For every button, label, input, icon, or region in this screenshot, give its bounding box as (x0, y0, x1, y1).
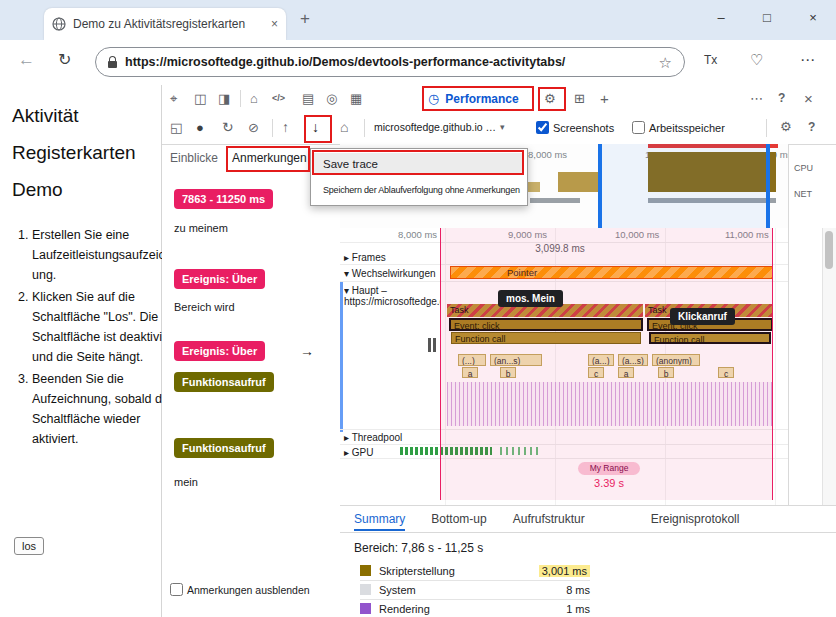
overview-right-handle[interactable] (766, 144, 770, 228)
window-close-button[interactable]: × (790, 0, 836, 34)
load-profile-icon[interactable]: ↑ (282, 120, 289, 134)
scrollbar-thumb[interactable] (825, 231, 833, 269)
instruction-list: Erstellen Sie eine Laufzeitleistungsaufz… (6, 225, 182, 451)
js-frame-bar[interactable]: c (588, 367, 604, 378)
tab-performance[interactable]: ◷ Performance (428, 85, 519, 112)
help-icon[interactable]: ? (778, 92, 785, 104)
add-panel-icon[interactable]: + (600, 91, 609, 106)
address-bar[interactable]: https://microsoftedge.github.io/Demos/de… (95, 47, 685, 77)
screenshots-checkbox[interactable]: Screenshots (536, 121, 614, 134)
overview-selected-window[interactable] (602, 144, 768, 228)
annotation-note[interactable]: zu meinem (174, 222, 228, 234)
annotation-func-badge[interactable]: Funktionsaufruf (174, 372, 274, 392)
function-call-bar[interactable]: Function call (451, 332, 641, 344)
devtools-close-icon[interactable]: × (804, 91, 813, 106)
tab-close-icon[interactable]: × (271, 18, 278, 30)
browser-tab[interactable]: Demo zu Aktivitätsregisterkarten × (44, 8, 286, 40)
js-frame-bar[interactable]: (...) (458, 354, 486, 366)
annotation-event-badge[interactable]: Ereignis: Über (174, 341, 265, 361)
event-click-bar[interactable]: Event: click (449, 318, 643, 331)
js-frame-bar[interactable]: (a...) (588, 354, 614, 366)
tab-annotations[interactable]: Anmerkungen (232, 151, 307, 165)
gear-icon[interactable]: ⚙ (544, 92, 556, 105)
record-reload-icon[interactable]: ↻ (222, 120, 234, 134)
annotation-tooltip[interactable]: Klickanruf (670, 308, 735, 325)
js-frame-bar[interactable]: (a...s) (618, 354, 648, 366)
js-frame-bar[interactable]: (an...s) (490, 354, 542, 366)
scrollbar[interactable] (822, 228, 836, 505)
memory-checkbox-input[interactable] (632, 121, 645, 134)
panel-dock-icon[interactable]: ◱ (170, 121, 182, 134)
overview-left-handle[interactable] (598, 144, 602, 228)
annotation-range-badge[interactable]: 7863 - 11250 ms (174, 189, 273, 209)
js-frame-bar[interactable]: c (718, 367, 734, 378)
home-icon[interactable]: ⌂ (340, 120, 348, 134)
annotation-tooltip[interactable]: mos. Mein (498, 290, 563, 307)
annotation-func-badge[interactable]: Funktionsaufruf (174, 438, 274, 458)
clear-icon[interactable]: ⊘ (248, 121, 259, 134)
js-frame-bar[interactable]: a (462, 367, 478, 378)
js-frame-bar[interactable]: a (618, 367, 634, 378)
favorites-star-icon[interactable]: ☆ (659, 55, 672, 70)
inspect-icon[interactable]: ⌖ (170, 92, 177, 105)
device-toolbar-icon[interactable]: ◫ (194, 92, 206, 105)
origin-dropdown[interactable]: microsoftedge.github.io … ▾ (374, 121, 505, 133)
save-profile-icon[interactable]: ↓ (312, 120, 319, 134)
tab-summary[interactable]: Summary (354, 512, 405, 531)
record-icon[interactable]: ● (196, 121, 204, 134)
track-main-thread[interactable]: ▾ Haupt – https://microsoftedge.git… (344, 285, 440, 307)
browser-essentials-icon[interactable]: ♡ (750, 51, 763, 69)
flame-chart[interactable]: 8,000 ms 9,000 ms 10,000 ms 11,000 ms 3,… (340, 228, 788, 505)
application-icon[interactable]: ⊞ (574, 92, 585, 105)
annotation-event-badge[interactable]: Ereignis: Über (174, 269, 265, 289)
collapse-icon[interactable]: ▾ (344, 285, 349, 296)
tab-bottom-up[interactable]: Bottom-up (431, 512, 486, 526)
expand-icon[interactable]: ▸ (344, 447, 349, 458)
minimize-button[interactable]: – (698, 0, 744, 34)
refresh-icon[interactable]: ↻ (58, 50, 71, 69)
js-frame-bar[interactable]: (anonym) (652, 354, 700, 366)
hide-annotations-checkbox-input[interactable] (170, 583, 183, 596)
track-interactions[interactable]: ▾ Wechselwirkungen (344, 268, 436, 279)
memory-checkbox[interactable]: Arbeitsspeicher (632, 121, 725, 134)
dock-side-icon[interactable]: ◨ (218, 92, 230, 105)
function-call-bar[interactable]: Function call (649, 332, 771, 344)
collapse-icon[interactable]: ▾ (344, 268, 349, 279)
url-text[interactable]: https://microsoftedge.github.io/Demos/de… (125, 55, 651, 69)
ruler-tick: 8,000 ms (398, 229, 437, 240)
annotation-note[interactable]: Bereich wird (174, 301, 235, 313)
back-icon[interactable]: ← (18, 50, 35, 70)
memory-icon[interactable]: ▦ (350, 92, 362, 105)
interaction-pointer-bar[interactable]: Pointer (450, 266, 773, 279)
js-frame-bar[interactable]: b (500, 367, 516, 378)
go-button[interactable]: los (14, 537, 44, 555)
maximize-button[interactable]: □ (744, 0, 790, 34)
expand-icon[interactable]: ▸ (344, 252, 349, 263)
translate-icon[interactable]: Tx (704, 53, 717, 67)
hide-annotations-checkbox[interactable]: Anmerkungen ausblenden (170, 583, 310, 596)
track-frames[interactable]: ▸ Frames (344, 252, 386, 263)
network-icon[interactable]: ◎ (326, 92, 337, 105)
new-tab-button[interactable]: + (300, 10, 310, 27)
perf-help-icon[interactable]: ? (808, 121, 815, 133)
screenshots-checkbox-input[interactable] (536, 121, 549, 134)
perf-settings-gear-icon[interactable]: ⚙ (780, 120, 792, 133)
track-gpu[interactable]: ▸ GPU (344, 447, 373, 458)
welcome-home-icon[interactable]: ⌂ (250, 92, 258, 105)
track-threadpool[interactable]: ▸ Threadpool (344, 432, 402, 443)
menu-item-save-without-annotations[interactable]: Speichern der Ablaufverfolgung ohne Anme… (314, 179, 524, 201)
elements-icon[interactable]: </> (272, 94, 285, 103)
tab-event-log[interactable]: Ereignisprotokoll (651, 512, 740, 526)
performance-toolbar: ◱ ● ↻ ⊘ ↑ ↓ ⌂ microsoftedge.github.io … … (162, 112, 836, 145)
tab-insights[interactable]: Einblicke (170, 151, 218, 165)
more-tools-icon[interactable]: ⋯ (750, 92, 763, 105)
tab-call-tree[interactable]: Aufrufstruktur (513, 512, 585, 526)
menu-item-save-trace[interactable]: Save trace (314, 153, 524, 175)
range-annotation-label[interactable]: My Range (578, 462, 640, 475)
js-frame-bar[interactable]: b (658, 367, 674, 378)
expand-icon[interactable]: ▸ (344, 432, 349, 443)
console-icon[interactable]: ▤ (302, 92, 314, 105)
micro-activity-region[interactable] (447, 382, 773, 426)
annotation-note[interactable]: mein (174, 476, 198, 488)
settings-more-icon[interactable]: ⋯ (800, 51, 815, 69)
